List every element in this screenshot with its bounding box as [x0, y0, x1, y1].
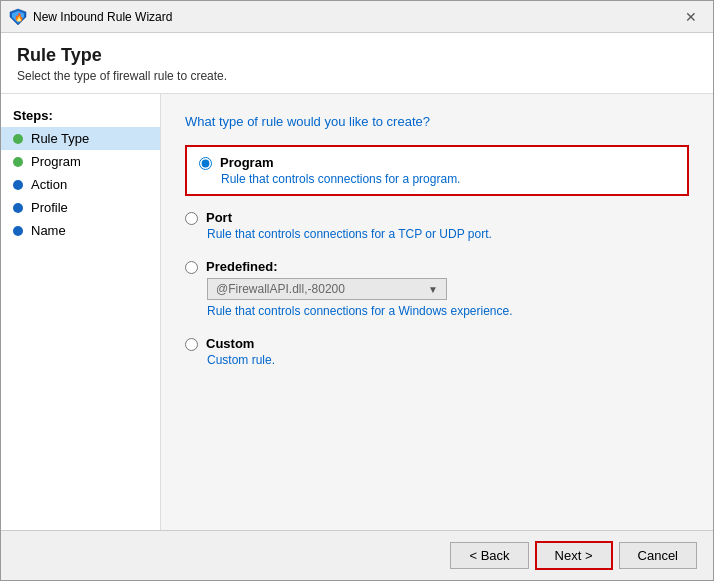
option-port-row: Port — [185, 210, 689, 225]
label-custom[interactable]: Custom — [206, 336, 254, 351]
option-custom-container: Custom Custom rule. — [185, 336, 689, 367]
sidebar-label-profile: Profile — [31, 200, 68, 215]
cancel-button[interactable]: Cancel — [619, 542, 697, 569]
footer: < Back Next > Cancel — [1, 530, 713, 580]
sidebar-item-rule-type[interactable]: Rule Type — [1, 127, 160, 150]
label-program[interactable]: Program — [220, 155, 273, 170]
svg-text:🔥: 🔥 — [14, 12, 24, 22]
sidebar-item-program[interactable]: Program — [1, 150, 160, 173]
radio-program[interactable] — [199, 157, 212, 170]
dot-icon-name — [13, 226, 23, 236]
dot-icon-rule-type — [13, 134, 23, 144]
predefined-dropdown-box[interactable]: @FirewallAPI.dll,-80200 ▼ — [207, 278, 447, 300]
sidebar-steps-label: Steps: — [1, 104, 160, 127]
sidebar-label-name: Name — [31, 223, 66, 238]
desc-predefined: Rule that controls connections for a Win… — [207, 304, 689, 318]
title-bar: 🔥 New Inbound Rule Wizard ✕ — [1, 1, 713, 33]
dot-icon-action — [13, 180, 23, 190]
close-button[interactable]: ✕ — [677, 3, 705, 31]
radio-port[interactable] — [185, 212, 198, 225]
desc-program: Rule that controls connections for a pro… — [221, 172, 675, 186]
main-content: What type of rule would you like to crea… — [161, 94, 713, 530]
app-icon: 🔥 — [9, 8, 27, 26]
sidebar-item-action[interactable]: Action — [1, 173, 160, 196]
option-program-container: Program Rule that controls connections f… — [185, 145, 689, 196]
sidebar-label-action: Action — [31, 177, 67, 192]
content-area: Steps: Rule Type Program Action Profile … — [1, 94, 713, 530]
label-port[interactable]: Port — [206, 210, 232, 225]
sidebar-item-profile[interactable]: Profile — [1, 196, 160, 219]
option-program-row: Program — [199, 155, 675, 170]
sidebar: Steps: Rule Type Program Action Profile … — [1, 94, 161, 530]
chevron-down-icon: ▼ — [428, 284, 438, 295]
option-predefined-container: Predefined: @FirewallAPI.dll,-80200 ▼ Ru… — [185, 255, 689, 322]
sidebar-item-name[interactable]: Name — [1, 219, 160, 242]
page-title: Rule Type — [17, 45, 697, 66]
radio-predefined[interactable] — [185, 261, 198, 274]
desc-custom: Custom rule. — [207, 353, 689, 367]
label-predefined[interactable]: Predefined: — [206, 259, 278, 274]
predefined-dropdown-value: @FirewallAPI.dll,-80200 — [216, 282, 345, 296]
back-button[interactable]: < Back — [450, 542, 528, 569]
desc-port: Rule that controls connections for a TCP… — [207, 227, 689, 241]
next-button[interactable]: Next > — [535, 541, 613, 570]
dot-icon-profile — [13, 203, 23, 213]
sidebar-label-program: Program — [31, 154, 81, 169]
option-custom-row: Custom — [185, 336, 689, 351]
option-predefined-row: Predefined: — [185, 259, 689, 274]
option-port-container: Port Rule that controls connections for … — [185, 210, 689, 241]
title-bar-text: New Inbound Rule Wizard — [33, 10, 677, 24]
page-subtitle: Select the type of firewall rule to crea… — [17, 69, 697, 83]
dot-icon-program — [13, 157, 23, 167]
radio-custom[interactable] — [185, 338, 198, 351]
window: 🔥 New Inbound Rule Wizard ✕ Rule Type Se… — [0, 0, 714, 581]
sidebar-label-rule-type: Rule Type — [31, 131, 89, 146]
predefined-dropdown[interactable]: @FirewallAPI.dll,-80200 ▼ — [207, 278, 689, 300]
page-header: Rule Type Select the type of firewall ru… — [1, 33, 713, 94]
main-question: What type of rule would you like to crea… — [185, 114, 689, 129]
